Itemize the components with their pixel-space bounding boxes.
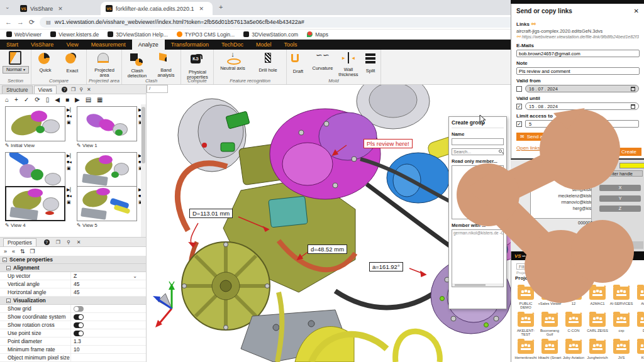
calendar-icon[interactable]: [631, 104, 635, 109]
project-label[interactable]: Herrenknecht: [514, 356, 538, 359]
help-icon[interactable]: ?: [62, 87, 67, 92]
project-label[interactable]: cxp: [609, 329, 633, 332]
visshare-logo[interactable]: VS∽: [514, 253, 525, 259]
ribbon-tab-transformation[interactable]: Transformation: [165, 40, 215, 50]
axis-y-button[interactable]: Y: [599, 195, 641, 202]
drill-hole-button[interactable]: Drill hole: [253, 51, 283, 73]
copy-properties-icon[interactable]: ❐: [30, 248, 35, 255]
view-camera-icons[interactable]: ▶▏■◂▣: [67, 107, 75, 124]
new-tab-button[interactable]: +: [219, 3, 223, 11]
section-button[interactable]: Normal▾: [3, 51, 29, 74]
close-tab-icon[interactable]: ✕: [199, 6, 204, 12]
project-folder[interactable]: ▲: [541, 287, 558, 300]
toggle-on[interactable]: [74, 314, 84, 320]
ribbon-tab-measurement[interactable]: Measurement: [85, 40, 132, 50]
view-thumbnail[interactable]: [5, 106, 65, 141]
bookmark-viewer-kisters[interactable]: Viewer.kisters.de: [50, 31, 99, 38]
tab-views[interactable]: Views: [34, 85, 57, 94]
share-link-url[interactable]: ⚯ https://webviewer.viewstation.de/file-…: [516, 34, 639, 40]
sort-icon[interactable]: ⇅: [20, 248, 25, 255]
project-label[interactable]: CARL ZEISS: [586, 329, 609, 332]
home-view-icon[interactable]: ⌂: [5, 96, 9, 103]
center-handle-button[interactable]: Center handle: [595, 170, 643, 177]
project-folder[interactable]: ▲: [565, 341, 582, 354]
projected-area-button[interactable]: Projected area: [90, 51, 119, 79]
project-folder[interactable]: ▲: [518, 287, 534, 300]
view-camera-icons[interactable]: ▶▏■◂▣: [67, 187, 75, 204]
valid-from-checkbox[interactable]: [516, 86, 522, 92]
view-thumbnail[interactable]: [5, 186, 65, 221]
bookmark-3dvs-com[interactable]: 3DViewStation.com: [243, 31, 298, 38]
section-mode-dropdown[interactable]: Normal▾: [3, 66, 29, 74]
browser-tab-visshare[interactable]: VS VisShare ✕: [15, 2, 97, 15]
axis-z-button[interactable]: Z: [599, 206, 641, 212]
project-label[interactable]: Airbu: [633, 302, 644, 305]
views-scrollbar[interactable]: [141, 104, 146, 238]
emails-input[interactable]: [516, 50, 640, 57]
project-label[interactable]: DA: [633, 329, 644, 332]
nav-projects[interactable]: ▦ Projects: [530, 253, 552, 258]
draft-button[interactable]: Draft: [287, 51, 309, 74]
section-alignment[interactable]: –Alignment: [0, 264, 146, 272]
project-folder[interactable]: ▲: [589, 341, 606, 354]
valid-from-date-input[interactable]: 16 . 07 . 2024: [525, 85, 639, 92]
pin-panel-icon[interactable]: ⚲: [67, 239, 70, 245]
edit-view-icon[interactable]: ✎: [77, 222, 81, 228]
ribbon-tab-techdoc[interactable]: TechDoc: [215, 40, 250, 50]
export-views-icon[interactable]: ▤: [86, 96, 91, 103]
back-icon[interactable]: ←: [5, 18, 12, 26]
collapse-all-icon[interactable]: «: [12, 248, 15, 255]
valid-until-checkbox[interactable]: ✓: [516, 104, 522, 109]
close-panel-icon[interactable]: ✕: [87, 87, 91, 92]
project-label[interactable]: Hitachi (Smart: [538, 356, 562, 359]
edit-view-icon[interactable]: ✎: [5, 222, 9, 228]
project-folder[interactable]: ▲: [589, 314, 606, 327]
toggle-on[interactable]: [74, 322, 84, 328]
bookmark-maps[interactable]: Maps: [307, 31, 328, 38]
site-settings-icon[interactable]: ▤: [46, 19, 51, 25]
help-icon[interactable]: ?: [44, 239, 50, 245]
curvature-button[interactable]: ∽∽Curvature: [310, 51, 335, 71]
edit-view-icon[interactable]: ✎: [77, 143, 81, 148]
project-folder[interactable]: ▲: [518, 341, 534, 354]
member-search-input[interactable]: [452, 148, 504, 155]
play-animation-icon[interactable]: ▶: [75, 96, 80, 103]
group-name-input[interactable]: [452, 138, 504, 145]
project-label[interactable]: AI-SERVICES: [609, 302, 633, 305]
project-label[interactable]: 12: [562, 302, 586, 305]
undock-panel-icon[interactable]: ❐: [71, 87, 75, 92]
bookmark-webviewer[interactable]: WebViewer: [6, 31, 42, 38]
forward-icon[interactable]: →: [17, 18, 24, 26]
project-label[interactable]: C-CON: [562, 329, 586, 332]
user-icon[interactable]: ●: [557, 254, 559, 258]
reload-icon[interactable]: ⟳: [29, 18, 35, 26]
ribbon-tab-visshare[interactable]: VisShare: [25, 40, 60, 50]
project-folder[interactable]: ▲: [589, 287, 606, 300]
split-button[interactable]: Split: [361, 51, 380, 74]
band-analysis-button[interactable]: Band analysis: [152, 51, 180, 79]
project-folder[interactable]: ▲: [613, 341, 630, 354]
note-input[interactable]: [516, 67, 640, 75]
readonly-members-list[interactable]: [452, 165, 504, 219]
physical-properties-button[interactable]: KGPhysical properties: [183, 51, 212, 80]
exact-compare-button[interactable]: Exact: [59, 51, 86, 74]
address-bar[interactable]: ▤ wv1.viewstation.de/visshare_webviewer/…: [40, 17, 518, 28]
project-label[interactable]: +Sales Viewer: [538, 302, 562, 305]
limit-access-input[interactable]: 5: [525, 120, 639, 128]
limit-access-checkbox[interactable]: ✓: [516, 121, 522, 127]
dimension-label-d[interactable]: d=48.52 mm: [308, 244, 347, 254]
project-folder[interactable]: ▲: [637, 341, 644, 354]
project-label[interactable]: PUBLIC DEMO: [514, 302, 538, 310]
project-folder[interactable]: ▲: [565, 287, 582, 300]
ribbon-tab-analyze[interactable]: Analyze: [132, 40, 165, 50]
project-folder[interactable]: ▲: [637, 314, 644, 327]
edit-view-icon[interactable]: ✎: [5, 143, 9, 148]
apply-view-icon[interactable]: ✓: [24, 96, 29, 103]
project-folder[interactable]: ▲: [518, 314, 534, 327]
view-camera-icons[interactable]: ▶▏■◂▣: [67, 153, 75, 170]
project-folder[interactable]: ▲: [565, 314, 582, 327]
wall-thickness-button[interactable]: Wall thickness: [336, 51, 361, 78]
project-label[interactable]: Jungheinrich: [586, 356, 609, 359]
project-folder[interactable]: ▲: [541, 314, 558, 327]
project-label[interactable]: Joby Aviation: [562, 356, 586, 359]
